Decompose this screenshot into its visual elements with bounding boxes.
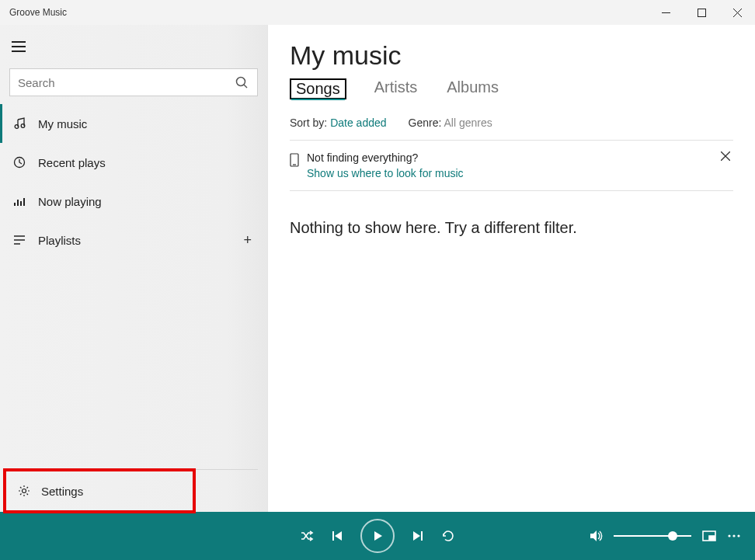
equalizer-icon bbox=[12, 195, 27, 207]
tab-artists[interactable]: Artists bbox=[373, 78, 419, 99]
info-link[interactable]: Show us where to look for music bbox=[307, 167, 710, 179]
sidebar-item-label: Playlists bbox=[38, 234, 81, 247]
genre-filter[interactable]: Genre: All genres bbox=[409, 117, 492, 129]
tabs: Songs Artists Albums bbox=[290, 78, 733, 99]
svg-marker-27 bbox=[374, 531, 382, 541]
svg-point-35 bbox=[737, 534, 739, 537]
device-icon bbox=[290, 153, 299, 167]
app-title: Groove Music bbox=[0, 7, 67, 18]
sidebar-item-label: My music bbox=[38, 117, 87, 130]
sidebar-item-now-playing[interactable]: Now playing bbox=[0, 182, 267, 221]
sidebar-item-playlists[interactable]: Playlists + bbox=[0, 221, 267, 259]
svg-marker-26 bbox=[335, 531, 342, 541]
music-note-icon bbox=[12, 117, 27, 130]
svg-line-8 bbox=[244, 85, 247, 88]
dismiss-info-button[interactable] bbox=[718, 151, 733, 161]
repeat-button[interactable] bbox=[441, 529, 455, 543]
maximize-button[interactable] bbox=[684, 0, 719, 25]
sort-by-value: Date added bbox=[330, 117, 386, 129]
main-content: My music Songs Artists Albums Sort by: D… bbox=[268, 25, 755, 512]
svg-rect-14 bbox=[17, 200, 19, 206]
tab-songs[interactable]: Songs bbox=[290, 78, 346, 99]
page-title: My music bbox=[290, 40, 733, 71]
tab-albums[interactable]: Albums bbox=[445, 78, 500, 99]
genre-value: All genres bbox=[444, 117, 492, 129]
window-controls bbox=[648, 0, 755, 25]
miniplayer-button[interactable] bbox=[702, 530, 716, 541]
svg-point-34 bbox=[732, 534, 735, 537]
add-playlist-icon[interactable]: + bbox=[243, 232, 252, 249]
minimize-button[interactable] bbox=[648, 0, 684, 25]
svg-point-7 bbox=[237, 78, 245, 86]
sidebar-item-label: Recent plays bbox=[38, 156, 106, 169]
gear-icon bbox=[18, 485, 30, 497]
sidebar-item-recent-plays[interactable]: Recent plays bbox=[0, 143, 267, 182]
volume-button[interactable] bbox=[589, 529, 603, 543]
svg-rect-1 bbox=[698, 9, 705, 16]
search-input[interactable] bbox=[10, 76, 226, 89]
volume-knob[interactable] bbox=[668, 531, 677, 541]
sidebar: My music Recent plays Now playing Playli… bbox=[0, 25, 268, 512]
title-bar: Groove Music bbox=[0, 0, 755, 25]
search-icon[interactable] bbox=[226, 76, 257, 89]
svg-rect-15 bbox=[20, 201, 22, 206]
svg-point-33 bbox=[728, 534, 730, 537]
sidebar-item-label: Settings bbox=[41, 485, 83, 498]
svg-point-20 bbox=[23, 489, 26, 493]
settings-highlight: Settings bbox=[3, 468, 196, 513]
info-box: Not finding everything? Show us where to… bbox=[290, 141, 733, 191]
empty-message: Nothing to show here. Try a different fi… bbox=[290, 219, 733, 237]
more-button[interactable] bbox=[727, 534, 741, 538]
svg-rect-25 bbox=[332, 531, 334, 541]
search-box[interactable] bbox=[9, 68, 258, 96]
play-button[interactable] bbox=[360, 519, 395, 553]
sort-bar: Sort by: Date added Genre: All genres bbox=[290, 117, 733, 141]
info-question: Not finding everything? bbox=[307, 151, 710, 164]
sidebar-item-my-music[interactable]: My music bbox=[0, 104, 267, 143]
close-button[interactable] bbox=[719, 0, 755, 25]
clock-icon bbox=[12, 156, 27, 169]
next-button[interactable] bbox=[412, 530, 424, 542]
svg-rect-13 bbox=[14, 203, 16, 206]
sort-by[interactable]: Sort by: Date added bbox=[290, 117, 387, 129]
sort-by-label: Sort by: bbox=[290, 117, 327, 129]
volume-slider[interactable] bbox=[614, 535, 691, 537]
svg-rect-16 bbox=[23, 198, 25, 206]
svg-marker-30 bbox=[590, 530, 597, 541]
hamburger-button[interactable] bbox=[0, 31, 37, 62]
shuffle-button[interactable] bbox=[300, 529, 314, 543]
svg-rect-29 bbox=[421, 531, 423, 541]
svg-rect-32 bbox=[709, 536, 715, 540]
previous-button[interactable] bbox=[331, 530, 343, 542]
genre-label: Genre: bbox=[409, 117, 442, 129]
svg-marker-28 bbox=[413, 531, 420, 541]
playlist-icon bbox=[12, 234, 27, 246]
sidebar-item-label: Now playing bbox=[38, 195, 102, 208]
player-bar bbox=[0, 512, 755, 560]
sidebar-item-settings[interactable]: Settings bbox=[6, 471, 193, 510]
